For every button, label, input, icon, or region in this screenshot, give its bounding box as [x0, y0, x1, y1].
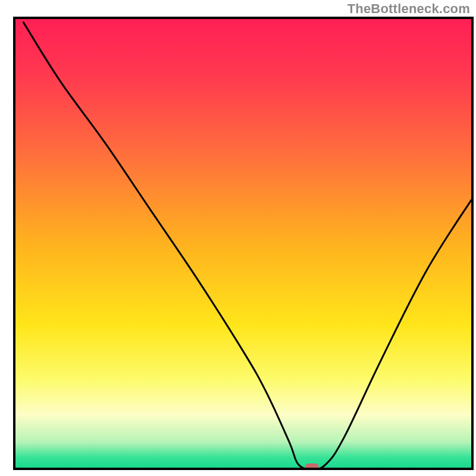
chart-stage: TheBottleneck.com	[0, 0, 476, 476]
bottleneck-chart	[0, 0, 476, 476]
plot-area	[14, 18, 472, 470]
plot-background	[14, 18, 472, 469]
watermark-label: TheBottleneck.com	[347, 1, 470, 17]
